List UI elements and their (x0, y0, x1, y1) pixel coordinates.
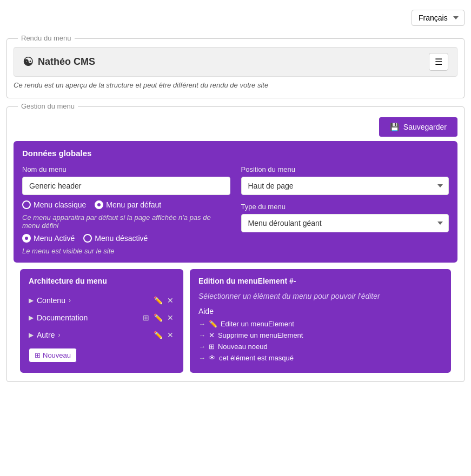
save-button[interactable]: 💾 Sauvegarder (379, 117, 457, 137)
tree-item-left: ▶ Contenu › (29, 296, 71, 305)
radio-note: Ce menu apparaitra par défaut si la page… (22, 213, 230, 230)
delete-icon[interactable]: ✕ (166, 330, 175, 340)
help-list: → ✏️ Editer un menuElement → ✕ Supprime … (198, 320, 442, 362)
type-select[interactable]: Menu déroulant géant Menu classique Menu… (241, 214, 449, 232)
chevron-right-icon: › (58, 331, 60, 339)
help-item: → ✏️ Editer un menuElement (198, 320, 442, 328)
help-icon: ⊞ (209, 343, 215, 351)
arrow-icon: → (198, 343, 205, 351)
menu-classique-label[interactable]: Menu classique (22, 200, 86, 209)
edit-icon[interactable]: ✏️ (152, 312, 164, 323)
help-item: → 👁 cet élément est masqué (198, 354, 442, 362)
delete-icon[interactable]: ✕ (166, 312, 175, 323)
type-group: Type du menu Menu déroulant géant Menu c… (241, 203, 449, 232)
inactive-radio[interactable] (83, 234, 92, 243)
active-radio[interactable] (22, 234, 31, 243)
page-wrapper: Français English Español Rendu du menu ☯… (0, 0, 471, 476)
tree-item-left: ▶ Documentation (29, 313, 88, 322)
menu-default-radio[interactable] (95, 200, 103, 209)
left-column: Nom du menu Menu classique Menu par défa… (22, 165, 230, 255)
tree-item-label: Autre (37, 331, 55, 339)
nom-input[interactable] (22, 177, 230, 195)
edit-icon[interactable]: ✏️ (152, 330, 164, 340)
menu-preview: ☯ Nathéo CMS ☰ (14, 47, 457, 77)
position-group: Position du menu Haut de page Bas de pag… (241, 165, 449, 195)
tree-item-actions: ⊞ ✏️ ✕ (142, 312, 175, 323)
tree-item-actions: ✏️ ✕ (152, 295, 175, 306)
help-title: Aide (198, 307, 442, 316)
tree-item-actions: ✏️ ✕ (152, 330, 175, 340)
status-radio-group: Menu Activé Menu désactivé (22, 234, 230, 243)
expand-icon[interactable]: ▶ (29, 314, 34, 321)
help-text: cet élément est masqué (219, 354, 294, 362)
toolbar: 💾 Sauvegarder (14, 113, 457, 141)
help-text: Supprime un menuElement (218, 331, 303, 339)
expand-icon[interactable]: ▶ (29, 297, 34, 304)
inactive-label[interactable]: Menu désactivé (83, 234, 148, 243)
tree-item: ▶ Contenu › ✏️ ✕ (29, 292, 175, 309)
rendu-legend: Rendu du menu (18, 34, 75, 42)
arch-title: Architecture du menu (29, 277, 175, 285)
position-select[interactable]: Haut de page Bas de page Latéral (241, 177, 449, 195)
nom-label: Nom du menu (22, 165, 230, 173)
tree-item-label: Contenu (37, 296, 65, 305)
inactive-text: Menu désactivé (95, 234, 148, 243)
active-text: Menu Activé (34, 234, 75, 243)
edit-icon[interactable]: ✏️ (152, 295, 164, 306)
active-label[interactable]: Menu Activé (22, 234, 75, 243)
gestion-section: Gestion du menu 💾 Sauvegarder Données gl… (6, 103, 465, 382)
nom-group: Nom du menu (22, 165, 230, 195)
status-note: Le menu est visible sur le site (22, 247, 230, 255)
help-item: → ✕ Supprime un menuElement (198, 331, 442, 339)
menu-classique-text: Menu classique (34, 200, 86, 209)
preview-note: Ce rendu est un aperçu de la structure e… (14, 81, 457, 89)
brand-logo: ☯ (23, 55, 34, 69)
right-column: Position du menu Haut de page Bas de pag… (241, 165, 449, 255)
new-button[interactable]: ⊞ Nouveau (29, 348, 77, 363)
type-label: Type du menu (241, 203, 449, 211)
help-icon: ✕ (209, 331, 215, 339)
hamburger-button[interactable]: ☰ (429, 53, 448, 71)
menu-classique-radio[interactable] (22, 200, 31, 209)
arrow-icon: → (198, 354, 205, 362)
architecture-panel: Architecture du menu ▶ Contenu › ✏️ ✕ (20, 269, 183, 373)
language-select[interactable]: Français English Español (412, 10, 465, 26)
arrow-icon: → (198, 331, 205, 339)
menu-default-label[interactable]: Menu par défaut (95, 200, 161, 209)
tree-item-label: Documentation (37, 313, 88, 322)
save-label: Sauvegarder (403, 123, 447, 131)
help-item: → ⊞ Nouveau noeud (198, 343, 442, 351)
global-data-title: Données globales (22, 149, 449, 158)
brand-area: ☯ Nathéo CMS (23, 55, 95, 69)
menu-type-radio-group: Menu classique Menu par défaut (22, 200, 230, 209)
save-icon: 💾 (390, 123, 399, 131)
gestion-legend: Gestion du menu (18, 102, 78, 110)
edition-note: Sélectionner un élément du menu pour pou… (198, 292, 442, 300)
tree-item-left: ▶ Autre › (29, 331, 60, 339)
help-text: Nouveau noeud (218, 343, 268, 351)
add-node-icon[interactable]: ⊞ (142, 312, 150, 323)
new-label: Nouveau (43, 351, 71, 359)
plus-icon: ⊞ (35, 351, 41, 359)
menu-default-text: Menu par défaut (106, 200, 161, 209)
help-text: Editer un menuElement (221, 320, 294, 328)
expand-icon[interactable]: ▶ (29, 331, 34, 339)
tree-item: ▶ Documentation ⊞ ✏️ ✕ (29, 309, 175, 326)
position-label: Position du menu (241, 165, 449, 173)
help-icon: 👁 (209, 354, 216, 362)
form-grid: Nom du menu Menu classique Menu par défa… (22, 165, 449, 255)
rendu-section: Rendu du menu ☯ Nathéo CMS ☰ Ce rendu es… (6, 35, 465, 98)
brand-name: Nathéo CMS (38, 56, 95, 68)
help-icon: ✏️ (209, 320, 217, 328)
bottom-panels: Architecture du menu ▶ Contenu › ✏️ ✕ (20, 269, 451, 373)
edition-title: Edition du menuElement #- (198, 277, 442, 285)
edition-panel: Edition du menuElement #- Sélectionner u… (190, 269, 451, 373)
chevron-right-icon: › (69, 297, 71, 304)
tree-item: ▶ Autre › ✏️ ✕ (29, 326, 175, 344)
global-data-panel: Données globales Nom du menu Menu classi… (14, 141, 457, 263)
top-bar: Français English Español (0, 5, 471, 30)
arrow-icon: → (198, 320, 205, 328)
delete-icon[interactable]: ✕ (166, 295, 175, 306)
gestion-content: 💾 Sauvegarder Données globales Nom du me… (14, 111, 457, 375)
